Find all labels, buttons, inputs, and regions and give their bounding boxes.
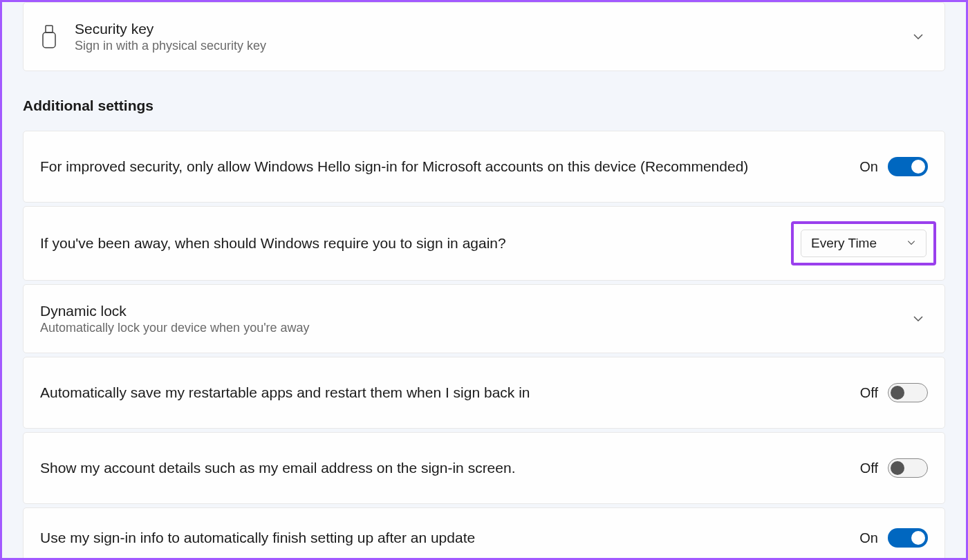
restartable-apps-card: Automatically save my restartable apps a… [23, 357, 945, 429]
finish-setup-card: Use my sign-in info to automatically fin… [23, 507, 945, 560]
account-details-card: Show my account details such as my email… [23, 432, 945, 504]
chevron-down-icon [909, 30, 928, 43]
security-key-title: Security key [75, 21, 909, 37]
restartable-apps-label: Automatically save my restartable apps a… [40, 384, 860, 401]
hello-signin-only-card: For improved security, only allow Window… [23, 131, 945, 203]
chevron-down-icon [909, 312, 928, 325]
restartable-apps-state: Off [860, 385, 878, 401]
hello-signin-only-state: On [859, 159, 878, 175]
hello-signin-only-toggle[interactable] [888, 157, 928, 176]
usb-key-icon [40, 24, 75, 49]
require-signin-card: If you've been away, when should Windows… [23, 206, 945, 281]
finish-setup-toggle[interactable] [888, 528, 928, 548]
svg-rect-0 [46, 26, 53, 32]
restartable-apps-toggle[interactable] [888, 383, 928, 402]
account-details-toggle[interactable] [888, 458, 928, 478]
account-details-label: Show my account details such as my email… [40, 460, 860, 476]
require-signin-highlight: Every Time [791, 221, 936, 265]
svg-rect-1 [43, 32, 55, 48]
require-signin-dropdown[interactable]: Every Time [801, 230, 927, 257]
dynamic-lock-subtitle: Automatically lock your device when you'… [40, 321, 909, 335]
security-key-subtitle: Sign in with a physical security key [75, 39, 909, 53]
account-details-state: Off [860, 460, 878, 476]
require-signin-label: If you've been away, when should Windows… [40, 235, 791, 252]
require-signin-value: Every Time [811, 236, 877, 251]
finish-setup-label: Use my sign-in info to automatically fin… [40, 530, 859, 546]
finish-setup-state: On [859, 530, 878, 546]
hello-signin-only-label: For improved security, only allow Window… [40, 158, 859, 175]
dynamic-lock-card[interactable]: Dynamic lock Automatically lock your dev… [23, 284, 945, 353]
chevron-down-icon [906, 236, 916, 251]
dynamic-lock-title: Dynamic lock [40, 303, 909, 319]
security-key-card[interactable]: Security key Sign in with a physical sec… [23, 2, 945, 71]
additional-settings-header: Additional settings [23, 97, 945, 114]
